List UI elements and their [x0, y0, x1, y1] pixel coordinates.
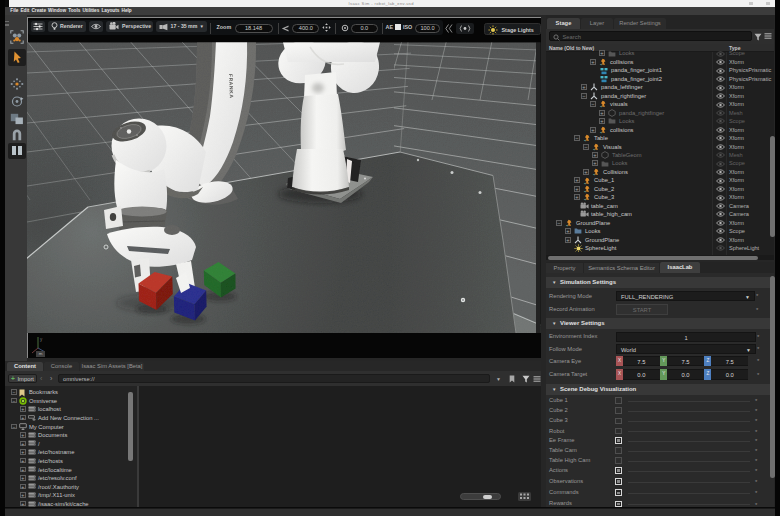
svg-text:y: y: [40, 337, 43, 342]
